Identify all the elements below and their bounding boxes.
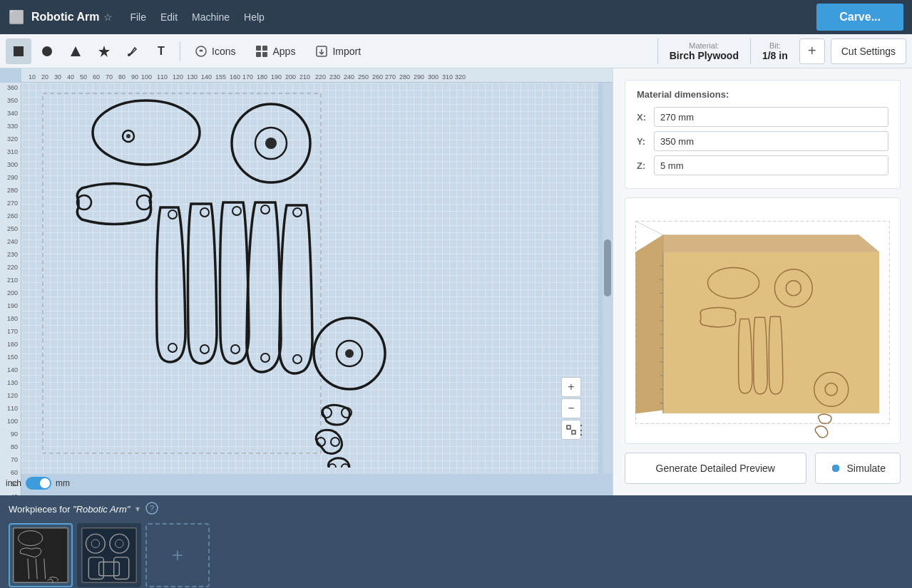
menu-bar: File Edit Machine Help <box>130 11 264 23</box>
svg-point-32 <box>345 349 354 358</box>
svg-point-22 <box>232 207 241 215</box>
svg-point-17 <box>265 138 277 149</box>
scroll-thumb-vertical[interactable] <box>604 239 611 296</box>
inch-label: inch <box>6 478 21 488</box>
design-canvas[interactable]: + − ⋮ <box>21 83 598 474</box>
unit-toggle: inch mm <box>6 477 70 490</box>
workpiece-header: Workpieces for "Robotic Arm" ▾ ? <box>0 495 912 522</box>
dim-z-row: Z: <box>637 155 888 175</box>
add-workpiece-icon: + <box>172 545 183 565</box>
cut-settings-btn[interactable]: Cut Settings <box>831 38 906 64</box>
svg-point-27 <box>231 345 240 354</box>
workpiece-chevron[interactable]: ▾ <box>135 504 140 514</box>
square-tool-btn[interactable] <box>6 38 31 64</box>
import-btn[interactable]: Import <box>307 41 369 62</box>
generate-preview-btn[interactable]: Generate Detailed Preview <box>625 453 806 484</box>
x-input[interactable] <box>654 107 888 127</box>
bit-block: Bit: 1/8 in <box>750 38 799 64</box>
svg-rect-6 <box>256 46 261 51</box>
add-material-btn[interactable]: + <box>799 38 825 64</box>
star-icon[interactable]: ☆ <box>103 11 113 23</box>
svg-marker-2 <box>71 46 81 56</box>
title-bar: ⬜ Robotic Arm ☆ File Edit Machine Help C… <box>0 0 912 34</box>
star-tool-btn[interactable] <box>91 38 117 64</box>
workpiece-thumb-2[interactable] <box>77 523 141 587</box>
svg-point-25 <box>168 344 177 352</box>
apps-btn[interactable]: Apps <box>247 41 304 62</box>
svg-rect-47 <box>663 252 879 413</box>
svg-point-20 <box>168 210 177 219</box>
workpiece-list: + <box>0 522 912 588</box>
workpiece-title: Workpieces for "Robotic Arm" <box>9 504 130 515</box>
svg-marker-3 <box>98 46 110 57</box>
ruler-top: 10 20 30 40 50 60 70 80 90 100 110 120 1… <box>21 68 613 83</box>
design-svg[interactable] <box>36 90 406 468</box>
pen-tool-btn[interactable] <box>120 38 145 64</box>
window-icon: ⬜ <box>9 9 24 25</box>
workpiece-thumb-1[interactable] <box>9 523 73 587</box>
carve-button[interactable]: Carve... <box>816 4 903 31</box>
dim-y-row: Y: <box>637 131 888 151</box>
svg-point-4 <box>128 53 130 56</box>
workpiece-help-btn[interactable]: ? <box>145 502 158 517</box>
material-value: Birch Plywood <box>670 50 739 61</box>
menu-edit[interactable]: Edit <box>160 11 178 23</box>
material-block: Material: Birch Plywood <box>657 38 750 64</box>
y-label: Y: <box>637 136 654 147</box>
toolbar: T Icons Apps Import Material: Birch Plyw… <box>0 34 912 68</box>
bit-value: 1/8 in <box>762 50 788 61</box>
svg-rect-9 <box>262 52 267 57</box>
x-label: X: <box>637 112 654 123</box>
svg-point-24 <box>293 208 302 217</box>
simulate-label: Simulate <box>847 463 886 474</box>
triangle-tool-btn[interactable] <box>63 38 88 64</box>
svg-point-23 <box>261 205 270 214</box>
add-workpiece-btn[interactable]: + <box>145 523 210 587</box>
svg-point-38 <box>342 464 349 468</box>
z-input[interactable] <box>654 155 888 175</box>
svg-point-21 <box>200 208 209 217</box>
icons-btn[interactable]: Icons <box>186 41 244 62</box>
zoom-in-btn[interactable]: + <box>561 377 581 397</box>
3d-preview[interactable] <box>625 197 901 444</box>
mm-label: mm <box>56 478 70 488</box>
bit-label: Bit: <box>762 41 788 50</box>
dim-x-row: X: <box>637 107 888 127</box>
bottom-controls: Generate Detailed Preview ⏺ Simulate <box>625 453 901 484</box>
menu-help[interactable]: Help <box>244 11 265 23</box>
right-panel: Material dimensions: X: Y: Z: <box>613 68 912 495</box>
more-options-btn[interactable]: ⋮ <box>574 413 588 447</box>
material-dimensions-title: Material dimensions: <box>637 89 888 100</box>
main-area: 10 20 30 40 50 60 70 80 90 100 110 120 1… <box>0 68 912 495</box>
svg-marker-46 <box>635 235 663 413</box>
canvas-workspace[interactable]: 10 20 30 40 50 60 70 80 90 100 110 120 1… <box>0 68 613 495</box>
svg-text:?: ? <box>150 504 154 512</box>
simulate-icon: ⏺ <box>830 462 841 475</box>
material-info: Material: Birch Plywood Bit: 1/8 in + Cu… <box>657 38 906 64</box>
y-input[interactable] <box>654 131 888 151</box>
menu-file[interactable]: File <box>130 11 146 23</box>
svg-point-36 <box>331 438 339 446</box>
svg-rect-39 <box>567 425 570 429</box>
text-tool-btn[interactable]: T <box>148 38 174 64</box>
3d-preview-svg <box>625 198 900 443</box>
canvas-scrollbar-vertical[interactable] <box>603 83 613 474</box>
material-label: Material: <box>670 41 739 50</box>
svg-rect-67 <box>14 528 68 582</box>
simulate-btn[interactable]: ⏺ Simulate <box>815 453 901 484</box>
svg-point-1 <box>42 46 52 56</box>
project-name: Robotic Arm <box>31 11 99 24</box>
material-dimensions: Material dimensions: X: Y: Z: <box>625 80 901 189</box>
svg-point-14 <box>126 134 130 138</box>
svg-marker-45 <box>663 235 879 252</box>
menu-machine[interactable]: Machine <box>192 11 230 23</box>
svg-point-12 <box>93 100 200 165</box>
svg-rect-0 <box>14 46 24 56</box>
svg-rect-8 <box>256 52 261 57</box>
svg-point-29 <box>293 355 302 363</box>
svg-point-26 <box>200 345 209 354</box>
z-label: Z: <box>637 160 654 171</box>
canvas-area: 10 20 30 40 50 60 70 80 90 100 110 120 1… <box>0 68 613 495</box>
circle-tool-btn[interactable] <box>34 38 60 64</box>
unit-toggle-switch[interactable] <box>26 477 51 490</box>
